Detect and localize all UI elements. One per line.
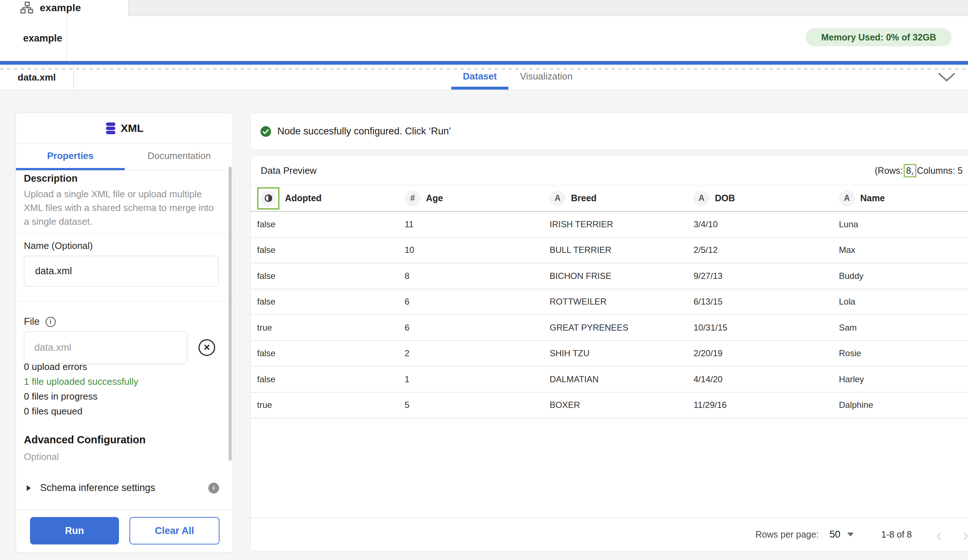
status-message: Node succesfully configured. Click ‘Run’ [277, 126, 451, 137]
name-input[interactable]: data.xml [24, 256, 219, 286]
preview-titlebar [250, 156, 968, 185]
file-field-label: File i [24, 316, 56, 327]
table-row[interactable]: false10BULL TERRIER2/5/12Max [250, 238, 968, 264]
column-header-age[interactable]: #Age [404, 185, 443, 211]
remove-file-button[interactable]: ✕ [199, 339, 215, 356]
project-tab-label: example [40, 2, 81, 14]
tab-dataset-underline [451, 87, 509, 89]
table-cell: 1 [404, 367, 409, 392]
table-cell: 10/31/15 [694, 315, 727, 340]
check-circle-icon [260, 126, 272, 137]
table-cell: 8 [404, 263, 409, 289]
table-cell: false [257, 238, 275, 263]
tab-dataset[interactable]: Dataset [463, 64, 497, 88]
table-cell: 2/20/19 [694, 341, 723, 366]
column-label: Name [860, 193, 885, 203]
column-header-dob[interactable]: ADOB [694, 185, 735, 211]
table-cell: 10 [404, 238, 414, 263]
table-cell: IRISH TERRIER [550, 212, 613, 237]
meta-suffix: Columns: 5 [917, 165, 963, 176]
sitemap-icon [20, 1, 33, 15]
table-cell: 3/4/10 [694, 212, 718, 237]
table-row[interactable]: true5BOXER11/29/16Dalphine [250, 393, 968, 419]
schema-settings-label: Schema inference settings [40, 482, 155, 494]
tab-properties[interactable]: Properties [16, 144, 125, 168]
tab-visualization[interactable]: Visualization [520, 64, 573, 88]
column-label: Breed [571, 193, 597, 203]
table-cell: DALMATIAN [550, 367, 599, 392]
column-type-icon-string: A [839, 190, 855, 206]
section-divider [16, 233, 233, 234]
status-line: 0 upload errors [24, 360, 139, 374]
node-type-label: XML [121, 122, 144, 134]
panel-scrollbar[interactable] [229, 167, 232, 461]
info-icon[interactable]: i [46, 317, 56, 327]
status-line: 0 files in progress [24, 389, 139, 404]
clear-all-button[interactable]: Clear All [129, 517, 219, 545]
column-header-adopted[interactable]: Adopted [257, 185, 322, 211]
section-divider [16, 301, 233, 301]
column-type-icon-number: # [404, 190, 421, 206]
boolean-glyph [265, 194, 272, 202]
run-button[interactable]: Run [30, 517, 119, 545]
column-label: DOB [715, 193, 735, 203]
chevron-down-icon[interactable] [937, 72, 956, 83]
column-type-icon-string: A [694, 190, 709, 206]
table-cell: Sam [839, 315, 857, 340]
info-icon-filled[interactable]: i [208, 483, 219, 494]
description-heading: Description [24, 173, 78, 184]
node-type-header: XML [16, 113, 233, 144]
status-line-success: 1 file uploaded successfully [24, 374, 139, 389]
accent-bar [0, 61, 968, 64]
preview-meta: (Rows: 8, Columns: 5 [875, 156, 963, 185]
table-header-row: Adopted#AgeABreedADOBAName [250, 185, 968, 212]
status-banner: Node succesfully configured. Click ‘Run’ [250, 113, 968, 150]
table-cell: Rosie [839, 341, 861, 366]
column-header-name[interactable]: AName [839, 185, 885, 211]
table-cell: BULL TERRIER [550, 238, 612, 263]
column-label: Age [426, 193, 443, 203]
rows-per-page-caret-icon[interactable] [847, 518, 854, 551]
table-cell: false [257, 367, 275, 392]
table-cell: false [257, 341, 275, 366]
upload-status-list: 0 upload errors 1 file uploaded successf… [24, 360, 139, 419]
table-cell: 4/14/20 [694, 367, 723, 392]
table-cell: 6 [404, 315, 409, 340]
table-cell: BICHON FRISE [550, 263, 612, 289]
table-row[interactable]: false2SHIH TZU2/20/19Rosie [250, 341, 968, 367]
schema-inference-settings[interactable]: Schema inference settings i [24, 482, 219, 494]
table-row[interactable]: false11IRISH TERRIER3/4/10Luna [250, 212, 968, 238]
table-cell: ROTTWEILER [550, 289, 607, 315]
table-cell: false [257, 289, 275, 315]
project-tab[interactable]: example [0, 0, 129, 16]
preview-title: Data Preview [261, 156, 317, 185]
table-cell: false [257, 263, 275, 289]
table-row[interactable]: false1DALMATIAN4/14/20Harley [250, 367, 968, 393]
annotation-box-column-icon [257, 187, 280, 210]
column-type-icon-string: A [550, 190, 565, 206]
name-field-label: Name (Optional) [24, 240, 93, 251]
table-cell: Dalphine [839, 393, 873, 418]
database-icon [105, 122, 116, 134]
project-title: example [23, 16, 62, 61]
file-tab[interactable]: data.xml [0, 64, 73, 90]
table-cell: true [257, 393, 272, 418]
table-cell: GREAT PYRENEES [550, 315, 628, 340]
column-header-breed[interactable]: ABreed [550, 185, 597, 211]
rows-per-page-select[interactable]: 50 [829, 518, 840, 551]
table-row[interactable]: false8BICHON FRISE9/27/13Buddy [250, 263, 968, 289]
table-row[interactable]: false6ROTTWEILER6/13/15Lola [250, 289, 968, 316]
footer-divider [16, 509, 233, 510]
next-page-button[interactable]: › [963, 518, 968, 551]
table-row[interactable]: true6GREAT PYRENEES10/31/15Sam [250, 315, 968, 341]
table-cell: Luna [839, 212, 858, 237]
table-cell: true [257, 315, 272, 340]
tab-documentation[interactable]: Documentation [125, 144, 234, 168]
memory-usage-badge: Memory Used: 0% of 32GB [806, 28, 952, 46]
table-cell: false [257, 212, 275, 237]
table-cell: Buddy [839, 263, 864, 289]
table-cell: 11/29/16 [694, 393, 727, 418]
rows-per-page-label: Rows per page: [755, 518, 819, 551]
table-cell: 9/27/13 [694, 263, 723, 289]
previous-page-button[interactable]: ‹ [936, 518, 941, 551]
